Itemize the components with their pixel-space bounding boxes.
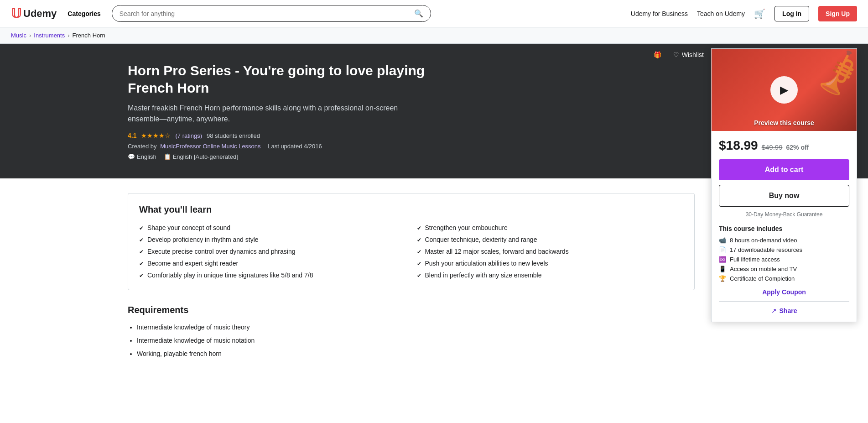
course-title: Horn Pro Series - You're going to love p… xyxy=(128,62,429,96)
gift-icon: 🎁 xyxy=(654,51,661,58)
includes-item-lifetime: ♾️ Full lifetime access xyxy=(719,256,849,263)
breadcrumb-current: French Horn xyxy=(73,32,105,39)
includes-item-certificate: 🏆 Certificate of Completion xyxy=(719,275,849,282)
logo-icon: 𝕌 xyxy=(11,6,21,21)
add-to-cart-button[interactable]: Add to cart xyxy=(719,159,849,180)
apply-coupon-link[interactable]: Apply Coupon xyxy=(762,288,806,296)
learn-item-3: ✔ Become and expert sight reader xyxy=(139,260,406,267)
check-icon-9: ✔ xyxy=(417,272,421,279)
play-button[interactable]: ▶ xyxy=(770,76,798,104)
req-item-0: Intermediate knowledge of music theory xyxy=(137,323,695,332)
share-label[interactable]: Share xyxy=(780,307,797,314)
card-divider xyxy=(719,301,849,302)
req-item-1: Intermediate knowledge of music notation xyxy=(137,336,695,345)
current-price: $18.99 xyxy=(719,138,758,153)
teach-link[interactable]: Teach on Udemy xyxy=(697,10,745,17)
check-icon-2: ✔ xyxy=(139,249,144,255)
check-icon-0: ✔ xyxy=(139,225,144,231)
requirements-section: Requirements Intermediate knowledge of m… xyxy=(128,305,695,359)
share-icon[interactable]: ↗ xyxy=(771,307,777,314)
breadcrumb-music[interactable]: Music xyxy=(11,32,26,39)
check-icon-5: ✔ xyxy=(417,225,421,231)
enrolled-count: 98 students enrolled xyxy=(207,132,260,139)
learn-grid: ✔ Shape your concept of sound ✔ Strength… xyxy=(139,224,683,279)
breadcrumb-instruments[interactable]: Instruments xyxy=(34,32,65,39)
preview-video-area[interactable]: 🎺 ▶ Preview this course xyxy=(712,49,857,131)
apply-coupon-area: Apply Coupon xyxy=(719,288,849,296)
breadcrumb-sep-2: › xyxy=(68,32,69,39)
horn-decoration: 🎺 xyxy=(810,49,857,103)
language-item: 💬 English xyxy=(128,153,156,160)
preview-label: Preview this course xyxy=(754,119,814,126)
business-link[interactable]: Udemy for Business xyxy=(631,10,688,17)
rating-value: 4.1 xyxy=(128,132,136,139)
hero-content: Horn Pro Series - You're going to love p… xyxy=(128,62,429,160)
login-button[interactable]: Log In xyxy=(774,6,809,21)
check-icon-3: ✔ xyxy=(139,261,144,267)
speech-bubble-icon: 💬 xyxy=(128,153,135,160)
learn-item-1: ✔ Develop proficiency in rhythm and styl… xyxy=(139,236,406,243)
share-row: ↗ Share xyxy=(719,307,849,314)
subtitles-icon: 📋 xyxy=(164,153,171,160)
includes-item-video: 📹 8 hours on-demand video xyxy=(719,237,849,244)
learn-item-0: ✔ Shape your concept of sound xyxy=(139,224,406,231)
rating-count: (7 ratings) xyxy=(175,132,202,139)
categories-button[interactable]: Categories xyxy=(62,6,106,21)
learn-item-2: ✔ Execute precise control over dynamics … xyxy=(139,248,406,255)
hero-wrapper: 🎁 ♡ Wishlist Horn Pro Series - You're go… xyxy=(0,44,868,178)
video-icon: 📹 xyxy=(719,237,726,244)
original-price: $49.99 xyxy=(762,143,783,151)
requirements-list: Intermediate knowledge of music theory I… xyxy=(128,323,695,359)
wishlist-button[interactable]: ♡ Wishlist xyxy=(673,51,704,58)
includes-item-mobile: 📱 Access on mobile and TV xyxy=(719,266,849,272)
certificate-icon: 🏆 xyxy=(719,275,726,282)
rating-row: 4.1 ★★★★☆ (7 ratings) 98 students enroll… xyxy=(128,132,429,139)
discount-badge: 62% off xyxy=(786,144,809,151)
creator-row: Created by MusicProfessor Online Music L… xyxy=(128,143,429,150)
check-icon-7: ✔ xyxy=(417,249,421,255)
guarantee-text: 30-Day Money-Back Guarantee xyxy=(719,211,849,218)
learn-title: What you'll learn xyxy=(139,204,683,215)
check-icon-8: ✔ xyxy=(417,261,421,267)
search-bar: 🔍 xyxy=(112,5,431,22)
stars: ★★★★☆ xyxy=(141,132,171,139)
learn-item-7: ✔ Master all 12 major scales, forward an… xyxy=(417,248,684,255)
signup-button[interactable]: Sign Up xyxy=(818,6,857,21)
learn-item-8: ✔ Push your articulation abilities to ne… xyxy=(417,260,684,267)
course-subtitle: Master freakish French Horn performance … xyxy=(128,103,429,125)
subtitles-item: 📋 English [Auto-generated] xyxy=(164,153,238,160)
logo-text: Udemy xyxy=(23,8,57,20)
buy-now-button[interactable]: Buy now xyxy=(719,185,849,207)
includes-title: This course includes xyxy=(719,225,849,232)
search-input[interactable] xyxy=(120,10,411,17)
breadcrumb-sep-1: › xyxy=(29,32,31,39)
learn-section: What you'll learn ✔ Shape your concept o… xyxy=(128,193,695,290)
check-icon-1: ✔ xyxy=(139,237,144,243)
breadcrumb: Music › Instruments › French Horn xyxy=(0,27,868,44)
learn-item-6: ✔ Conquer technique, dexterity and range xyxy=(417,236,684,243)
search-icon[interactable]: 🔍 xyxy=(414,9,423,18)
check-icon-4: ✔ xyxy=(139,272,144,279)
requirements-title: Requirements xyxy=(128,305,695,315)
cart-icon[interactable]: 🛒 xyxy=(754,8,765,19)
course-card: 🎺 ▶ Preview this course $18.99 $49.99 62… xyxy=(711,48,857,322)
lifetime-icon: ♾️ xyxy=(719,256,726,263)
gift-wishlist-bar: 🎁 ♡ Wishlist xyxy=(654,51,704,58)
meta-row: 💬 English 📋 English [Auto-generated] xyxy=(128,153,429,160)
check-icon-6: ✔ xyxy=(417,237,421,243)
heart-icon: ♡ xyxy=(673,51,679,58)
includes-item-resources: 📄 17 downloadable resources xyxy=(719,246,849,253)
learn-item-5: ✔ Strengthen your embouchure xyxy=(417,224,684,231)
header: 𝕌 Udemy Categories 🔍 Udemy for Business … xyxy=(0,0,868,27)
creator-link[interactable]: MusicProfessor Online Music Lessons xyxy=(160,143,260,150)
learn-item-9: ✔ Blend in perfectly with any size ensem… xyxy=(417,272,684,279)
card-body: $18.99 $49.99 62% off Add to cart Buy no… xyxy=(712,131,857,322)
learn-item-4: ✔ Comfortably play in unique time signat… xyxy=(139,272,406,279)
includes-list: 📹 8 hours on-demand video 📄 17 downloada… xyxy=(719,237,849,282)
resources-icon: 📄 xyxy=(719,246,726,253)
mobile-icon: 📱 xyxy=(719,266,726,272)
req-item-2: Working, playable french horn xyxy=(137,349,695,359)
price-row: $18.99 $49.99 62% off xyxy=(719,138,849,153)
gift-course-button[interactable]: 🎁 xyxy=(654,51,664,58)
logo[interactable]: 𝕌 Udemy xyxy=(11,6,57,21)
